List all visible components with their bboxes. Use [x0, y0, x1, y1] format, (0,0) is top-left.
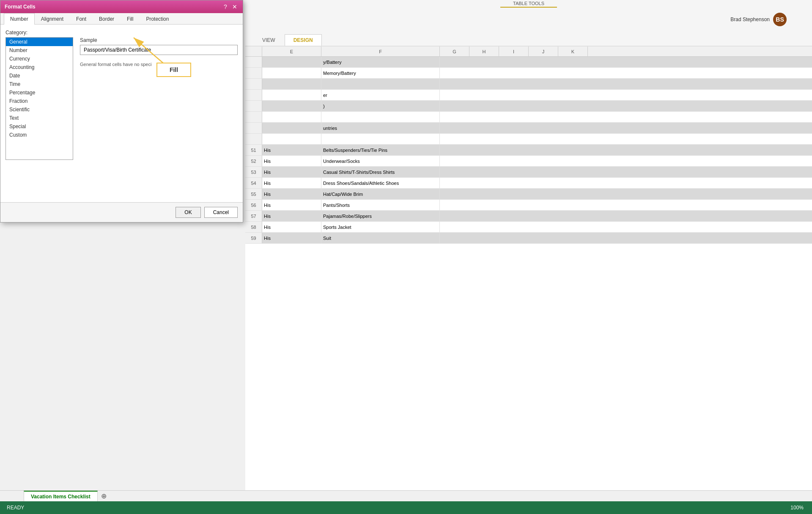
category-item-percentage[interactable]: Percentage — [6, 88, 73, 97]
category-item-time[interactable]: Time — [6, 80, 73, 88]
dialog-close-button[interactable]: ✕ — [231, 3, 239, 11]
format-right-panel: Sample Passport/Visa/Birth Certificate G… — [80, 37, 238, 160]
category-item-currency[interactable]: Currency — [6, 55, 73, 63]
sample-section: Sample Passport/Visa/Birth Certificate — [80, 37, 238, 55]
dialog-title-controls: ? ✕ — [222, 3, 239, 11]
dialog-overlay: Format Cells ? ✕ Number Alignment Font B… — [0, 0, 812, 514]
tab-font[interactable]: Font — [70, 13, 93, 25]
format-description: General format cells have no speci — [80, 62, 238, 67]
dialog-title: Format Cells — [5, 4, 36, 10]
format-cells-dialog: Format Cells ? ✕ Number Alignment Font B… — [0, 0, 243, 223]
category-item-date[interactable]: Date — [6, 71, 73, 80]
category-item-number[interactable]: Number — [6, 46, 73, 55]
tab-number[interactable]: Number — [4, 13, 35, 25]
dialog-tabs: Number Alignment Font Border Fill Protec… — [0, 13, 243, 25]
tab-border[interactable]: Border — [93, 13, 121, 25]
category-item-custom[interactable]: Custom — [6, 131, 73, 139]
category-item-scientific[interactable]: Scientific — [6, 105, 73, 114]
category-area: General Number Currency Accounting Date … — [5, 37, 238, 160]
tab-protection[interactable]: Protection — [140, 13, 175, 25]
dialog-content: Category: General Number Currency Accoun… — [0, 25, 243, 202]
category-item-general[interactable]: General — [6, 38, 73, 46]
tab-alignment[interactable]: Alignment — [35, 13, 70, 25]
category-label: Category: — [5, 30, 238, 36]
tab-fill[interactable]: Fill — [121, 13, 140, 25]
category-item-text[interactable]: Text — [6, 114, 73, 122]
cancel-button[interactable]: Cancel — [204, 207, 238, 218]
category-item-accounting[interactable]: Accounting — [6, 63, 73, 71]
sample-value: Passport/Visa/Birth Certificate — [80, 45, 238, 55]
dialog-titlebar: Format Cells ? ✕ — [0, 0, 243, 13]
category-list[interactable]: General Number Currency Accounting Date … — [5, 37, 73, 160]
category-item-fraction[interactable]: Fraction — [6, 97, 73, 105]
category-item-special[interactable]: Special — [6, 122, 73, 131]
dialog-footer: OK Cancel — [0, 202, 243, 222]
ok-button[interactable]: OK — [176, 207, 200, 218]
sample-label: Sample — [80, 37, 238, 43]
dialog-help-button[interactable]: ? — [222, 3, 229, 11]
